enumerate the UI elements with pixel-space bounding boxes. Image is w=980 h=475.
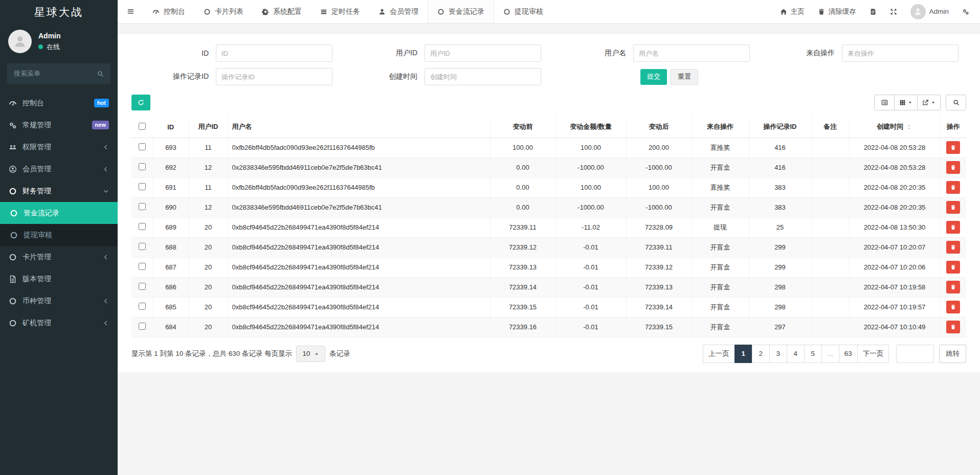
tab-label: 会员管理 bbox=[390, 7, 418, 16]
column-header[interactable]: 来自操作 bbox=[692, 117, 749, 138]
settings-button[interactable] bbox=[955, 0, 976, 24]
page-button[interactable]: 1 bbox=[734, 345, 752, 363]
source-field[interactable] bbox=[842, 44, 959, 62]
jump-page-input[interactable] bbox=[896, 345, 934, 363]
delete-button[interactable] bbox=[946, 301, 960, 313]
cell-create-time: 2022-04-08 20:53:28 bbox=[849, 138, 940, 157]
page-button[interactable]: 下一页 bbox=[857, 345, 889, 363]
language-button[interactable] bbox=[863, 0, 883, 24]
sidebar-item[interactable]: 会员管理 bbox=[0, 158, 118, 180]
row-checkbox[interactable] bbox=[139, 223, 146, 230]
page-button[interactable]: 3 bbox=[769, 345, 787, 363]
page-button[interactable]: 上一页 bbox=[703, 345, 735, 363]
sidebar-item[interactable]: 版本管理 bbox=[0, 268, 118, 290]
column-header-label: 创建时间 bbox=[877, 122, 903, 131]
nav-tab[interactable]: 控制台 bbox=[143, 0, 194, 23]
row-checkbox[interactable] bbox=[139, 263, 146, 270]
sort-icon[interactable] bbox=[906, 124, 912, 130]
sidebar-item[interactable]: 财务管理 bbox=[0, 180, 118, 202]
chevron-icon bbox=[103, 298, 109, 304]
row-checkbox[interactable] bbox=[139, 163, 146, 170]
column-header[interactable]: 创建时间 bbox=[849, 117, 940, 138]
table-body: 693 11 0xfb26bff4db5fadc090d93ee262f1163… bbox=[131, 138, 966, 337]
detail-view-button[interactable] bbox=[874, 95, 895, 110]
op-record-id-field[interactable] bbox=[216, 68, 332, 85]
delete-button[interactable] bbox=[946, 241, 960, 254]
export-button[interactable] bbox=[917, 95, 941, 110]
sidebar-toggle-button[interactable] bbox=[118, 0, 143, 23]
cell-op-record-id: 299 bbox=[749, 257, 811, 277]
reset-button[interactable]: 重置 bbox=[671, 69, 698, 85]
delete-button[interactable] bbox=[946, 181, 960, 194]
row-checkbox[interactable] bbox=[139, 283, 146, 290]
clear-cache-button[interactable]: 清除缓存 bbox=[811, 0, 863, 24]
row-checkbox[interactable] bbox=[139, 203, 146, 210]
column-header[interactable]: 变动金额/数量 bbox=[555, 117, 626, 138]
submit-button[interactable]: 提交 bbox=[640, 69, 667, 85]
select-all-checkbox[interactable] bbox=[139, 123, 146, 130]
delete-button[interactable] bbox=[946, 281, 960, 293]
user-menu[interactable]: Admin bbox=[904, 0, 955, 24]
create-time-field[interactable] bbox=[425, 68, 541, 85]
column-header[interactable]: ID bbox=[153, 117, 189, 138]
row-checkbox[interactable] bbox=[139, 243, 146, 250]
sidebar-item[interactable]: 常规管理 new bbox=[0, 114, 118, 136]
page-button[interactable]: 2 bbox=[752, 345, 770, 363]
cell-remark bbox=[811, 297, 849, 317]
clear-cache-label: 清除缓存 bbox=[829, 7, 856, 16]
delete-button[interactable] bbox=[946, 141, 960, 154]
delete-button[interactable] bbox=[946, 161, 960, 174]
tab-label: 资金流记录 bbox=[449, 7, 484, 16]
page-button[interactable]: 63 bbox=[839, 345, 858, 363]
page-button[interactable]: 5 bbox=[804, 345, 822, 363]
home-button[interactable]: 主页 bbox=[773, 0, 811, 24]
page-button[interactable]: 4 bbox=[787, 345, 805, 363]
tab-label: 定时任务 bbox=[331, 7, 360, 16]
sidebar-item[interactable]: 币种管理 bbox=[0, 290, 118, 312]
table-search-button[interactable] bbox=[946, 95, 966, 110]
column-header[interactable]: 变动前 bbox=[490, 117, 555, 138]
page-size-select[interactable]: 10 bbox=[296, 346, 325, 362]
cell-create-time: 2022-04-07 10:19:57 bbox=[849, 297, 940, 317]
row-checkbox[interactable] bbox=[139, 143, 146, 150]
nav-tab[interactable]: 提现审核 bbox=[494, 0, 552, 23]
username-field[interactable] bbox=[633, 44, 750, 62]
column-header[interactable]: 操作 bbox=[940, 117, 966, 138]
sidebar-item[interactable]: 权限管理 bbox=[0, 136, 118, 158]
delete-button[interactable] bbox=[946, 261, 960, 274]
user-id-field[interactable] bbox=[425, 44, 541, 62]
page-button[interactable]: ... bbox=[821, 345, 839, 363]
cell-remark bbox=[811, 317, 849, 337]
nav-tab[interactable]: 系统配置 bbox=[253, 0, 311, 23]
sidebar-item[interactable]: 控制台 hot bbox=[0, 92, 118, 114]
column-header[interactable]: 用户ID bbox=[189, 117, 228, 138]
id-field[interactable] bbox=[216, 44, 332, 62]
column-header[interactable]: 变动后 bbox=[626, 117, 692, 138]
sidebar-item-label: 币种管理 bbox=[23, 297, 97, 306]
delete-button[interactable] bbox=[946, 221, 960, 234]
nav-tab[interactable]: 资金流记录 bbox=[428, 0, 494, 23]
jump-button[interactable]: 跳转 bbox=[939, 345, 966, 363]
column-header[interactable]: 操作记录ID bbox=[749, 117, 811, 138]
delete-button[interactable] bbox=[946, 321, 960, 333]
nav-tab[interactable]: 会员管理 bbox=[369, 0, 428, 23]
sidebar-item[interactable]: 卡片管理 bbox=[0, 246, 118, 268]
sidebar-item[interactable]: 提现审核 bbox=[0, 224, 118, 246]
delete-button[interactable] bbox=[946, 201, 960, 214]
row-checkbox[interactable] bbox=[139, 183, 146, 190]
sidebar-item[interactable]: 资金流记录 bbox=[0, 202, 118, 224]
menu-search-input[interactable]: 搜索菜单 bbox=[7, 63, 110, 84]
sidebar-item[interactable]: 矿机管理 bbox=[0, 312, 118, 334]
row-checkbox[interactable] bbox=[139, 323, 146, 330]
nav-tab[interactable]: 定时任务 bbox=[311, 0, 369, 23]
cell-op-record-id: 25 bbox=[749, 217, 811, 237]
fullscreen-button[interactable] bbox=[883, 0, 904, 24]
refresh-button[interactable] bbox=[131, 95, 150, 110]
columns-button[interactable] bbox=[894, 95, 918, 110]
column-header[interactable]: 备注 bbox=[811, 117, 849, 138]
cell-after: 72339.14 bbox=[626, 297, 692, 317]
column-header[interactable]: 用户名 bbox=[228, 117, 490, 138]
nav-tab[interactable]: 卡片列表 bbox=[194, 0, 253, 23]
cell-after: 72339.11 bbox=[626, 237, 692, 257]
row-checkbox[interactable] bbox=[139, 303, 146, 310]
